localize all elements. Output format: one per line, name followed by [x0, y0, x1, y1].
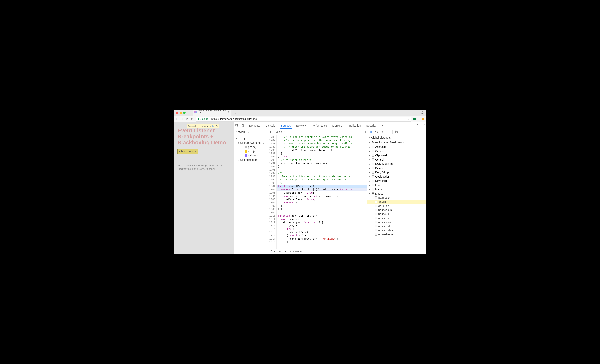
breakpoint-category-mouse[interactable]: ▼Mouse	[367, 191, 426, 196]
checkbox[interactable]	[375, 229, 377, 231]
window-max-dot[interactable]	[183, 112, 186, 114]
breakpoint-event-mousemove[interactable]: mousemove	[367, 220, 426, 224]
reload-button[interactable]	[186, 118, 189, 120]
click-count-button[interactable]: Click Count: 3	[178, 149, 198, 154]
checkbox[interactable]	[372, 146, 375, 148]
checkbox[interactable]	[375, 221, 377, 223]
checkbox[interactable]	[375, 197, 377, 199]
checkbox[interactable]	[372, 188, 375, 191]
inspect-element-icon[interactable]	[234, 124, 240, 127]
devtools-tab-memory[interactable]: Memory	[330, 122, 345, 129]
editor-tab-vuejs[interactable]: vue.js ×	[274, 129, 287, 135]
breakpoint-event-dblclick[interactable]: dblclick	[367, 204, 426, 208]
devtools-tab-sources[interactable]: Sources	[279, 122, 293, 129]
resume-button[interactable]	[369, 130, 373, 134]
devtools-tab-security[interactable]: Security	[364, 122, 378, 129]
resume-icon[interactable]	[212, 125, 215, 127]
window-close-dot[interactable]	[176, 112, 178, 114]
checkbox[interactable]	[372, 175, 375, 178]
devtools-close-icon[interactable]: ✕	[421, 124, 426, 127]
breakpoint-event-mouseleave[interactable]: mouseleave	[367, 232, 426, 236]
back-button[interactable]	[176, 118, 178, 120]
new-tab-icon[interactable]	[233, 111, 237, 116]
tree-file[interactable]: app.js	[235, 149, 267, 153]
breakpoint-event-mouseup[interactable]: mouseup	[367, 212, 426, 216]
checkbox[interactable]	[375, 225, 377, 228]
checkbox[interactable]	[375, 209, 377, 211]
checkbox[interactable]	[372, 184, 375, 186]
tab-close-icon[interactable]: ×	[228, 111, 230, 113]
devtools-tab-performance[interactable]: Performance	[309, 122, 329, 129]
address-bar[interactable]: Secure | https://framework-blackboxing.g…	[196, 117, 411, 121]
browser-tab[interactable]: Event Listener Breakpoints + B… ×	[193, 110, 231, 116]
breakpoint-category[interactable]: ▶Clipboard	[367, 153, 426, 157]
pause-on-exceptions-button[interactable]	[401, 130, 404, 134]
breakpoint-category[interactable]: ▶Load	[367, 183, 426, 187]
whats-new-link[interactable]: What's New In DevTools (Chrome 66) > Bla…	[178, 164, 230, 171]
breakpoint-category[interactable]: ▶Device	[367, 166, 426, 170]
step-over-button[interactable]	[375, 130, 378, 134]
elb-header[interactable]: ▼Event Listener Breakpoints	[367, 140, 426, 145]
breakpoint-category[interactable]: ▶Control	[367, 157, 426, 162]
checkbox[interactable]	[375, 217, 377, 219]
home-button[interactable]	[191, 118, 194, 120]
step-over-icon[interactable]	[215, 125, 218, 127]
checkbox[interactable]	[372, 158, 375, 161]
breakpoint-event-auxclick[interactable]: auxclick	[367, 196, 426, 200]
window-min-dot[interactable]	[179, 112, 182, 114]
extension-icon-1[interactable]	[413, 118, 416, 120]
checkbox[interactable]	[372, 180, 375, 182]
step-into-button[interactable]	[380, 130, 384, 134]
checkbox[interactable]	[375, 233, 377, 236]
breakpoint-category[interactable]: ▶Keyboard	[367, 179, 426, 183]
breakpoint-category[interactable]: ▶Canvas	[367, 149, 426, 153]
devtools-menu-icon[interactable]: ⋮	[415, 123, 420, 128]
code-content[interactable]: // it can get stuck in a weird state whe…	[277, 135, 367, 249]
breakpoint-category[interactable]: ▶Geolocation	[367, 174, 426, 179]
toggle-navigator-icon[interactable]	[268, 130, 274, 134]
devtools-tab-network[interactable]: Network	[294, 122, 308, 129]
breakpoint-event-mouseover[interactable]: mouseover	[367, 216, 426, 220]
checkbox[interactable]	[372, 163, 375, 165]
breakpoint-category[interactable]: ▶Drag / drop	[367, 170, 426, 174]
extension-icon-3[interactable]	[422, 118, 424, 120]
section-global-listeners[interactable]: ▶Global Listeners	[367, 135, 426, 140]
breakpoint-event-mouseout[interactable]: mouseout	[367, 224, 426, 228]
navigator-tab-label[interactable]: Network	[236, 130, 245, 134]
checkbox[interactable]	[375, 200, 377, 203]
breakpoint-category[interactable]: ▶DOM Mutation	[367, 162, 426, 166]
navigator-overflow-icon[interactable]: »	[248, 130, 249, 134]
editor-tab-close-icon[interactable]: ×	[284, 130, 285, 133]
navigator-menu-icon[interactable]: ⋮	[263, 130, 266, 134]
checkbox[interactable]	[372, 154, 375, 157]
breakpoint-event-mousedown[interactable]: mousedown	[367, 208, 426, 212]
step-out-button[interactable]	[386, 130, 390, 134]
extension-icon-2[interactable]: •••	[418, 118, 420, 120]
checkbox[interactable]	[375, 205, 377, 207]
devtools-tab-console[interactable]: Console	[263, 122, 278, 129]
toggle-debugger-icon[interactable]	[361, 130, 367, 134]
tree-file[interactable]: (index)	[235, 145, 267, 149]
tree-frame-top[interactable]: ▼ top	[235, 136, 267, 141]
devtools-tabs-overflow[interactable]: »	[379, 122, 385, 129]
devtools-tab-elements[interactable]: Elements	[246, 122, 262, 129]
breakpoint-event-mouseenter[interactable]: mouseenter	[367, 228, 426, 232]
code-editor[interactable]: 1786178717881789179017911792179317941795…	[268, 135, 367, 249]
profile-icon[interactable]	[421, 111, 424, 115]
checkbox[interactable]	[372, 167, 375, 169]
forward-button[interactable]	[180, 118, 184, 120]
devtools-tab-application[interactable]: Application	[345, 122, 363, 129]
pretty-print-icon[interactable]: { }	[271, 250, 275, 253]
breakpoint-category[interactable]: ▶Media	[367, 187, 426, 191]
checkbox[interactable]	[372, 171, 375, 174]
tree-file[interactable]: style.css	[235, 153, 267, 158]
tree-external-domain[interactable]: ▶ unpkg.com	[235, 158, 267, 162]
checkbox[interactable]	[375, 213, 377, 215]
checkbox[interactable]	[372, 150, 375, 153]
checkbox-mixed[interactable]	[372, 192, 375, 195]
device-toggle-icon[interactable]	[240, 124, 246, 127]
bookmark-star-icon[interactable]: ☆	[407, 118, 409, 120]
breakpoint-event-click[interactable]: click	[367, 200, 426, 204]
breakpoint-category[interactable]: ▶Animation	[367, 145, 426, 149]
deactivate-breakpoints-button[interactable]	[395, 130, 399, 134]
